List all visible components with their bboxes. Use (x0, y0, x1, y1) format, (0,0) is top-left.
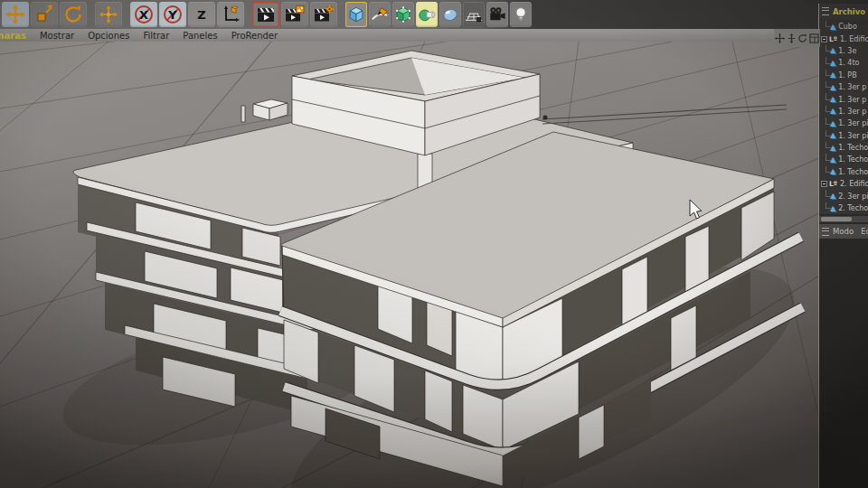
axis-x-label: X (139, 9, 148, 21)
object-row[interactable]: ▲2. 3er piso (819, 190, 868, 202)
add-cube-button[interactable] (345, 2, 367, 27)
collapse-icon[interactable] (821, 36, 827, 42)
camera-icon (488, 5, 506, 23)
panel-menu-icon[interactable] (822, 228, 829, 236)
viewport-scene[interactable] (0, 0, 868, 488)
am-menu-editar[interactable]: Editar (861, 227, 868, 236)
coordinate-system-icon (221, 5, 241, 24)
object-tree: ▲Cubo Lº1. Edificio ▲1. 3e ▲1. 4to ▲1. P… (819, 19, 868, 214)
deformer-icon (441, 5, 459, 23)
panel-menu-icon[interactable] (822, 7, 829, 15)
lock-x-axis-button[interactable]: X (130, 2, 157, 27)
null-object-icon: Lº (829, 180, 837, 188)
collapse-icon[interactable] (821, 181, 827, 187)
render-picture-viewer-icon (285, 5, 305, 24)
lock-z-axis-button[interactable]: Z (188, 2, 215, 27)
menu-prorender[interactable]: ProRender (231, 31, 278, 41)
menu-mostrar[interactable]: Mostrar (40, 31, 74, 41)
render-settings-button[interactable] (310, 2, 337, 27)
object-row[interactable]: ▲1. Techo (819, 154, 868, 165)
null-object-icon: Lº (829, 35, 837, 43)
cube-icon (347, 5, 365, 23)
om-horizontal-scrollbar[interactable] (819, 216, 868, 222)
viewport-controls (774, 29, 820, 47)
menu-filtrar[interactable]: Filtrar (143, 31, 169, 41)
volume-builder-icon (418, 5, 436, 23)
camera-button[interactable] (486, 2, 508, 27)
object-row[interactable]: ▲1. PB (819, 70, 868, 81)
rotate-tool-button[interactable] (60, 2, 87, 27)
pan-view-icon[interactable] (775, 33, 785, 43)
object-row[interactable]: ▲1. Techo 2 (819, 166, 868, 178)
toggle-view-icon[interactable] (809, 33, 819, 43)
deformer-button[interactable] (439, 2, 461, 27)
viewport-menubar: Cámaras Mostrar Opciones Filtrar Paneles… (0, 29, 820, 42)
attribute-manager-body (819, 239, 868, 488)
floor-environment-button[interactable] (463, 2, 485, 27)
scale-tool-button[interactable] (31, 2, 58, 27)
object-row[interactable]: ▲1. 3er p (819, 106, 868, 117)
zoom-view-icon[interactable] (787, 33, 797, 43)
object-row[interactable]: ▲1. 3er pi (819, 130, 868, 142)
axis-cross-icon (99, 5, 118, 23)
spline-pen-icon (371, 5, 389, 23)
menu-camaras[interactable]: Cámaras (0, 31, 26, 41)
render-settings-icon (314, 5, 334, 24)
object-row-cubo[interactable]: ▲Cubo (819, 21, 868, 33)
object-row[interactable]: ▲1. Techo (819, 142, 868, 154)
lock-y-axis-button[interactable]: Y (159, 2, 186, 27)
object-row[interactable]: ▲1. 3er p (819, 93, 868, 105)
move-tool-button[interactable] (2, 2, 29, 27)
scale-icon (34, 5, 54, 24)
object-row[interactable]: ▲1. 3er p (819, 81, 868, 93)
rotate-view-icon[interactable] (797, 33, 807, 43)
object-manager-panel: Archivo ▲Cubo Lº1. Edificio ▲1. 3e ▲1. 4… (818, 4, 868, 488)
menu-paneles[interactable]: Paneles (183, 31, 217, 41)
coordinate-system-button[interactable] (217, 2, 244, 27)
am-menu-modo[interactable]: Modo (833, 227, 854, 236)
light-button[interactable] (510, 2, 532, 27)
object-manager-menubar: Archivo (819, 4, 868, 19)
om-menu-archivo[interactable]: Archivo (833, 7, 865, 16)
object-row-edificio-2[interactable]: Lº2. Edificio (819, 178, 868, 190)
object-row[interactable]: ▲1. 3er pi (819, 117, 868, 129)
render-view-button[interactable] (252, 2, 279, 27)
light-bulb-icon (512, 5, 530, 23)
rotate-icon (63, 5, 83, 24)
axis-z-label: Z (197, 9, 205, 21)
axis-y-label: Y (168, 9, 176, 21)
move-icon (5, 5, 25, 24)
volume-builder-button[interactable] (416, 2, 438, 27)
object-row-edificio-1[interactable]: Lº1. Edificio (819, 33, 868, 44)
subdivision-surface-icon (394, 5, 412, 23)
menu-opciones[interactable]: Opciones (88, 31, 129, 41)
render-view-icon (256, 5, 276, 24)
axis-cross-tool-button[interactable] (95, 2, 122, 27)
object-row[interactable]: ▲2. Techo 2 (819, 202, 868, 214)
subdivision-surface-button[interactable] (392, 2, 414, 27)
object-row[interactable]: ▲1. 4to (819, 57, 868, 69)
object-row[interactable]: ▲1. 3e (819, 45, 868, 57)
attribute-manager-menubar: Modo Editar (819, 224, 868, 239)
spline-pen-button[interactable] (369, 2, 391, 27)
floor-grid-icon (465, 5, 483, 23)
cinema4d-window: { "toolbar": { "tools": [ {"name": "move… (0, 0, 868, 488)
main-toolbar: X Y Z (0, 0, 868, 29)
render-picture-viewer-button[interactable] (281, 2, 308, 27)
